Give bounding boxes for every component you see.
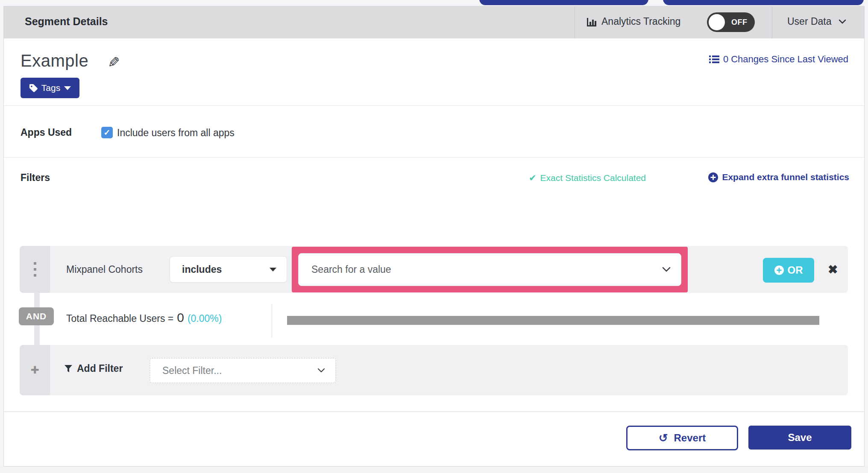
filter-field-label: Mixpanel Cohorts xyxy=(66,264,143,275)
changelog-list-icon xyxy=(709,55,719,64)
changes-since-last-viewed-link[interactable]: 0 Changes Since Last Viewed xyxy=(709,54,848,65)
bottom-strip xyxy=(0,467,868,473)
chevron-down-icon xyxy=(317,368,325,373)
reachable-value: 0 xyxy=(177,310,184,325)
segment-name: Example xyxy=(21,51,88,70)
operator-value: includes xyxy=(182,264,222,275)
reachable-progress-bar xyxy=(287,316,819,325)
funnel-icon xyxy=(64,365,73,373)
revert-button[interactable]: ↺ Revert xyxy=(626,426,738,450)
include-all-apps-label[interactable]: Include users from all apps xyxy=(117,127,235,139)
select-filter-placeholder: Select Filter... xyxy=(162,365,222,377)
chevron-down-icon xyxy=(839,19,846,24)
filter-operator-select[interactable]: includes xyxy=(170,256,287,283)
filter-drag-handle[interactable] xyxy=(20,246,50,293)
plus-icon: ✚ xyxy=(30,364,39,376)
analytics-tracking-control: Analytics Tracking xyxy=(586,16,680,27)
remove-filter-icon[interactable]: ✖ xyxy=(828,263,838,277)
chevron-down-icon xyxy=(662,267,671,272)
and-conjunction-badge: AND xyxy=(19,307,54,325)
expand-funnel-label: Expand extra funnel statistics xyxy=(722,172,849,182)
revert-button-label: Revert xyxy=(674,432,706,444)
filters-heading: Filters xyxy=(21,172,50,184)
section-divider xyxy=(4,105,864,106)
circle-plus-icon xyxy=(774,266,784,275)
expand-funnel-statistics-link[interactable]: Expand extra funnel statistics xyxy=(708,172,849,182)
toggle-state-label: OFF xyxy=(731,18,748,27)
filter-value-select[interactable]: Search for a value xyxy=(298,253,681,286)
section-divider xyxy=(4,157,864,158)
total-reachable-users: Total Reachable Users = 0 (0.00%) xyxy=(66,310,222,325)
vertical-divider xyxy=(272,304,272,337)
add-filter-label-group: Add Filter xyxy=(64,363,123,374)
add-filter-label: Add Filter xyxy=(77,363,123,374)
footer-divider xyxy=(4,412,864,412)
reachable-label: Total Reachable Users = xyxy=(66,313,173,324)
top-nav-button-left[interactable] xyxy=(479,0,648,5)
add-filter-handle[interactable]: ✚ xyxy=(20,345,50,395)
drag-dots-icon xyxy=(34,262,36,277)
add-filter-row xyxy=(20,345,848,395)
tags-button[interactable]: Tags xyxy=(21,78,79,98)
include-all-apps-checkbox[interactable]: ✓ xyxy=(101,127,113,138)
analytics-tracking-label: Analytics Tracking xyxy=(601,16,680,27)
exact-statistics-status: ✔ Exact Statistics Calculated xyxy=(529,173,646,183)
top-nav-button-right[interactable] xyxy=(663,0,864,5)
add-or-condition-button[interactable]: OR xyxy=(763,258,814,283)
toggle-knob xyxy=(709,14,725,30)
save-button-label: Save xyxy=(788,432,812,444)
caret-down-icon xyxy=(64,86,71,90)
page-title: Segment Details xyxy=(25,15,108,28)
content-card xyxy=(3,6,865,467)
user-data-dropdown[interactable]: User Data xyxy=(787,16,846,27)
segment-details-page: Segment Details Analytics Tracking OFF U… xyxy=(0,0,868,473)
changes-link-label: 0 Changes Since Last Viewed xyxy=(723,54,848,65)
value-placeholder: Search for a value xyxy=(311,264,391,275)
edit-pencil-icon[interactable]: ✎ xyxy=(108,54,120,71)
caret-down-icon xyxy=(270,268,276,272)
header-divider xyxy=(575,6,575,38)
checkbox-check-icon: ✓ xyxy=(104,128,111,137)
exact-statistics-label: Exact Statistics Calculated xyxy=(540,173,646,183)
save-button[interactable]: Save xyxy=(748,426,851,450)
analytics-tracking-toggle[interactable]: OFF xyxy=(707,12,755,32)
check-icon: ✔ xyxy=(529,173,537,183)
header-divider xyxy=(772,6,772,38)
reachable-percent: (0.00%) xyxy=(188,313,222,324)
bar-chart-icon xyxy=(586,16,597,27)
apps-used-label: Apps Used xyxy=(21,127,72,138)
or-button-label: OR xyxy=(788,264,803,276)
revert-icon: ↺ xyxy=(659,432,668,445)
circle-plus-icon xyxy=(708,172,718,182)
tag-icon xyxy=(29,84,38,92)
user-data-label: User Data xyxy=(787,16,832,27)
select-filter-dropdown[interactable]: Select Filter... xyxy=(150,358,336,383)
value-select-highlight: Search for a value xyxy=(292,247,688,292)
tags-button-label: Tags xyxy=(41,83,60,93)
